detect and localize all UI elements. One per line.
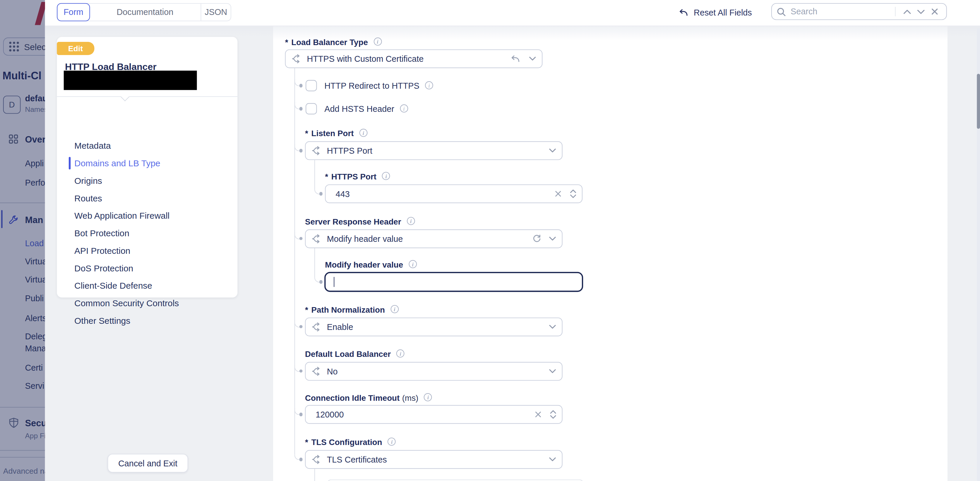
view-tab-group: Form Documentation JSON [57,3,231,21]
lb-type-value: HTTPS with Custom Certificate [307,54,423,64]
app-window: Form Documentation JSON Reset All Fields… [0,0,980,481]
lb-type-dropdown[interactable]: HTTPS with Custom Certificate [285,49,542,68]
http-redirect-checkbox[interactable] [305,80,317,91]
info-icon[interactable] [360,129,368,137]
step-bot-protection[interactable]: Bot Protection [57,225,237,242]
step-domains-lb-type[interactable]: Domains and LB Type [57,154,237,172]
field-label-lb-type: * Load Balancer Type [285,37,382,46]
oneof-branch-icon [311,146,321,156]
clear-icon[interactable] [553,188,564,199]
chevron-down-icon [529,56,536,61]
label-text: Modify header value [325,260,403,269]
step-api-protection[interactable]: API Protection [57,242,237,260]
path-normalization-dropdown[interactable]: Enable [305,318,563,336]
hsts-checkbox[interactable] [305,103,317,114]
default-lb-dropdown[interactable]: No [305,362,563,381]
number-stepper[interactable] [570,190,576,198]
tls-configuration-dropdown[interactable]: TLS Certificates [305,450,563,469]
step-waf[interactable]: Web Application Firewall [57,207,237,225]
chevron-down-icon [549,148,557,153]
tab-form[interactable]: Form [57,3,90,21]
modal-backdrop[interactable] [0,0,45,481]
modify-header-value-input[interactable] [325,272,583,292]
listen-port-dropdown[interactable]: HTTPS Port [305,142,563,160]
console-sidebar-dimmed: Select Multi-Cl D defau Names Over Appli… [0,0,45,481]
find-close-button[interactable] [928,5,941,18]
chevron-up-icon [903,9,911,14]
close-icon [931,8,937,15]
tab-documentation[interactable]: Documentation [89,3,201,21]
info-icon[interactable] [382,172,390,180]
listen-port-value: HTTPS Port [327,146,372,156]
find-widget: Search [771,3,947,20]
tree-line-child [315,160,315,188]
checkbox-label: Add HSTS Header [325,104,394,113]
reset-all-fields-button[interactable]: Reset All Fields [679,6,752,19]
tab-json[interactable]: JSON [201,3,231,21]
label-text: TLS Configuration [311,437,382,447]
https-port-input[interactable]: 443 [325,185,582,203]
info-icon[interactable] [390,305,399,313]
card-divider-notch [121,92,129,101]
tls-configuration-value: TLS Certificates [327,455,387,464]
step-common-security-controls[interactable]: Common Security Controls [57,295,237,312]
step-origins[interactable]: Origins [57,172,237,190]
path-normalization-value: Enable [327,322,353,332]
field-label-https-port: * HTTPS Port [325,172,390,181]
tree-line-child [315,248,315,276]
info-icon[interactable] [424,393,432,401]
info-icon[interactable] [388,438,396,446]
info-icon[interactable] [409,260,417,268]
oneof-branch-icon [311,454,321,464]
step-other-settings[interactable]: Other Settings [57,312,237,329]
cancel-and-exit-button[interactable]: Cancel and Exit [107,454,188,473]
unit-text: (ms) [402,393,418,402]
undo-icon[interactable] [511,55,520,63]
field-label-tls-configuration: * TLS Configuration [305,438,396,446]
reset-all-fields-label: Reset All Fields [694,8,752,18]
http-redirect-checkbox-row: HTTP Redirect to HTTPS [305,80,433,91]
label-text: Server Response Header [305,217,401,226]
info-icon[interactable] [425,81,433,89]
hsts-checkbox-row: Add HSTS Header [305,103,408,114]
number-stepper[interactable] [550,410,556,419]
field-label-server-response-header: Server Response Header [305,217,415,226]
required-star: * [285,37,288,46]
label-text: Load Balancer Type [291,37,368,46]
https-port-value: 443 [336,189,350,199]
chevron-down-icon [549,236,557,241]
find-previous-button[interactable] [900,5,914,18]
clear-icon[interactable] [533,409,544,420]
step-client-side-defense[interactable]: Client-Side Defense [57,277,237,295]
step-dos-protection[interactable]: DoS Protection [57,260,237,277]
tree-dot [319,192,323,195]
toolbar: Form Documentation JSON Reset All Fields… [45,0,980,26]
refresh-icon[interactable] [533,234,541,243]
chevron-down-icon [549,369,557,374]
tree-dot [299,413,303,416]
server-response-header-dropdown[interactable]: Modify header value [305,229,563,248]
label-text: Path Normalization [311,305,385,314]
search-input[interactable]: Search [791,7,891,16]
oneof-branch-icon [311,234,321,244]
step-routes[interactable]: Routes [57,190,237,207]
find-next-button[interactable] [914,5,928,18]
info-icon[interactable] [400,105,408,113]
chevron-down-icon [916,9,925,14]
scrollbar-thumb[interactable] [977,74,980,129]
tree-line-main [294,68,295,454]
next-field-cut-off [327,479,584,481]
info-icon[interactable] [396,350,404,358]
label-text: Connection Idle Timeout [305,393,399,402]
chevron-down-icon [549,324,557,329]
tree-dot [299,458,303,461]
oneof-branch-icon [311,322,321,332]
info-icon[interactable] [374,37,382,46]
checkbox-label: HTTP Redirect to HTTPS [325,81,420,91]
step-metadata[interactable]: Metadata [57,137,237,154]
text-cursor [334,277,334,287]
tree-dot [299,107,303,110]
conn-idle-timeout-input[interactable]: 120000 [305,405,563,424]
required-star: * [305,305,308,314]
info-icon[interactable] [407,217,415,225]
